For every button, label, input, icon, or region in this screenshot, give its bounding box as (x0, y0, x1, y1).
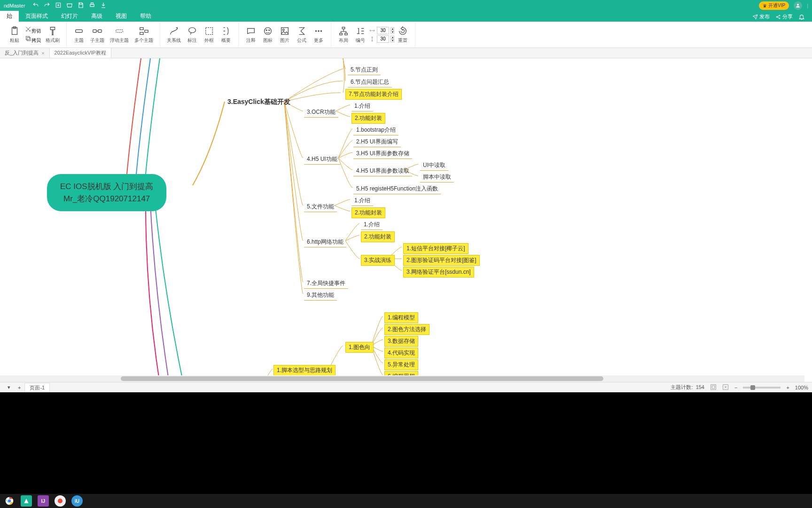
menu-advanced[interactable]: 高级 (85, 11, 109, 22)
node-global[interactable]: 7.全局快捷事件 (304, 278, 348, 289)
node-ocr[interactable]: 3.OCR功能 (304, 107, 338, 118)
menu-start[interactable]: 始 (0, 11, 19, 22)
node[interactable]: 2.H5 UI界面编写 (353, 137, 401, 147)
export-icon[interactable] (100, 2, 107, 9)
node[interactable]: 7.节点功能封装介绍 (345, 89, 402, 100)
number-button[interactable]: 编号 (352, 25, 369, 45)
node[interactable]: 3.数据存储 (384, 336, 418, 347)
node-other[interactable]: 9.其他功能 (304, 290, 337, 301)
relation-button[interactable]: 关系线 (164, 25, 184, 45)
app-icon-5[interactable]: iU (71, 495, 83, 507)
chrome-icon[interactable] (4, 495, 15, 507)
menu-view[interactable]: 视图 (109, 11, 133, 22)
image-button[interactable]: 图片 (276, 25, 293, 45)
node-file[interactable]: 5.文件功能 (304, 202, 337, 212)
topic-button[interactable]: 主题 (70, 25, 87, 45)
reset-button[interactable]: 重置 (394, 25, 411, 45)
bell-icon[interactable] (798, 14, 805, 20)
save-icon[interactable] (78, 2, 84, 9)
zoom-out[interactable]: − (734, 385, 737, 390)
node[interactable]: 1.介绍 (351, 101, 373, 111)
formula-button[interactable]: 公式 (293, 25, 310, 45)
publish-button[interactable]: 发布 (752, 13, 770, 20)
node[interactable]: 1.编程模型 (384, 312, 418, 323)
menu-help[interactable]: 帮助 (133, 11, 158, 22)
node[interactable]: 2.图色方法选择 (384, 324, 429, 335)
print-icon[interactable] (89, 2, 95, 9)
comment-button[interactable]: 注释 (242, 25, 259, 45)
node[interactable]: 4.代码实现 (384, 348, 418, 358)
paste-button[interactable]: 粘贴 (6, 25, 23, 45)
node[interactable]: 3.实战演练 (361, 255, 395, 266)
node[interactable]: 3.网络验证平台[ssdun.cn] (403, 267, 474, 278)
app-icon-4[interactable] (55, 495, 66, 507)
zoom-slider[interactable] (743, 387, 781, 389)
node[interactable]: 2.功能封装 (351, 113, 385, 124)
width-down[interactable]: ▾ (390, 31, 394, 34)
mindmaster-icon[interactable] (21, 495, 32, 507)
open-icon[interactable] (66, 2, 73, 9)
height-input[interactable] (377, 35, 389, 43)
node[interactable]: 1.短信平台对接[椰子云] (403, 243, 468, 254)
mindmap-canvas[interactable]: EC IOS脱机版 入门到提高 Mr_老冷QQ1920712147 3.Easy… (0, 58, 812, 383)
node[interactable]: 6.节点问题汇总 (348, 77, 392, 87)
node[interactable]: 5.异常处理 (384, 359, 418, 370)
icon-button[interactable]: 图标 (259, 25, 276, 45)
node-h5[interactable]: 4.H5 UI功能 (304, 154, 340, 165)
node[interactable]: 3.H5 UI界面参数存储 (353, 149, 412, 159)
vip-button[interactable]: ♛ 开通VIP (759, 1, 789, 10)
root-node[interactable]: EC IOS脱机版 入门到提高 Mr_老冷QQ1920712147 (47, 174, 166, 211)
share-button[interactable]: 分享 (775, 13, 793, 20)
title-bar: ndMaster ♛ 开通VIP | (0, 0, 812, 11)
node[interactable]: 1.介绍 (361, 220, 383, 230)
menu-slides[interactable]: 幻灯片 (55, 11, 85, 22)
summary-button[interactable]: 概要 (218, 25, 234, 45)
node[interactable]: 5.H5 registeH5Function注入函数 (353, 184, 441, 194)
node-tuse[interactable]: 1.图色向 (345, 342, 374, 353)
multiple-topic-button[interactable]: 多个主题 (132, 25, 156, 45)
new-icon[interactable] (55, 2, 62, 9)
node[interactable]: 脚本中读取 (420, 172, 454, 183)
redo-icon[interactable] (44, 2, 50, 9)
node-script-sel[interactable]: 1.脚本选型与思路规划 (273, 365, 336, 376)
width-up[interactable]: ▴ (390, 27, 394, 31)
node[interactable]: 2.图形验证码平台对接[图鉴] (403, 255, 480, 266)
height-up[interactable]: ▴ (390, 36, 394, 39)
more-button[interactable]: 更多 (310, 25, 327, 45)
horizontal-scrollbar[interactable] (0, 375, 804, 382)
add-sheet[interactable]: + (14, 384, 24, 391)
doc-tab-2[interactable]: 2022EasyclickVIP教程 (50, 48, 111, 58)
subtopic-button[interactable]: 子主题 (87, 25, 107, 45)
node[interactable]: 2.功能封装 (361, 231, 395, 242)
user-avatar[interactable] (794, 1, 802, 10)
menu-page-style[interactable]: 页面样式 (19, 11, 55, 22)
width-input[interactable] (377, 27, 389, 34)
node[interactable]: UI中读取 (420, 160, 448, 171)
format-painter-button[interactable]: 格式刷 (43, 25, 62, 45)
cut-button[interactable]: 剪切 (23, 25, 43, 35)
sheet-menu[interactable]: ▾ (4, 383, 14, 391)
zoom-level[interactable]: 100% (795, 385, 808, 390)
layout-button[interactable]: 布局 (335, 25, 352, 45)
doc-tab-1[interactable]: 反_入门到提高 × (0, 48, 50, 58)
height-down[interactable]: ▾ (390, 39, 394, 42)
node-section3[interactable]: 3.EasyClick基础开发 (225, 97, 293, 107)
zoom-in[interactable]: + (786, 385, 789, 390)
boundary-button[interactable]: 外框 (201, 25, 218, 45)
node[interactable]: 5.节点正则 (348, 65, 381, 75)
sheet-tab-1[interactable]: 页面-1 (24, 383, 50, 392)
undo-icon[interactable] (32, 2, 39, 9)
floating-topic-button[interactable]: 浮动主题 (107, 25, 132, 45)
scroll-thumb[interactable] (121, 376, 603, 381)
node[interactable]: 1.介绍 (351, 196, 373, 206)
node-http[interactable]: 6.http网络功能 (304, 237, 346, 247)
label-button[interactable]: 标注 (184, 25, 201, 45)
node[interactable]: 1.bootstrap介绍 (353, 125, 398, 135)
outline-view-icon[interactable] (710, 384, 717, 391)
app-icon-3[interactable]: IJ (38, 495, 49, 507)
node[interactable]: 2.功能封装 (351, 207, 385, 218)
close-icon[interactable]: × (41, 50, 44, 56)
fit-view-icon[interactable] (722, 384, 729, 391)
node[interactable]: 4.H5 UI界面参数读取 (353, 166, 412, 176)
copy-button[interactable]: 拷贝 (23, 35, 43, 44)
